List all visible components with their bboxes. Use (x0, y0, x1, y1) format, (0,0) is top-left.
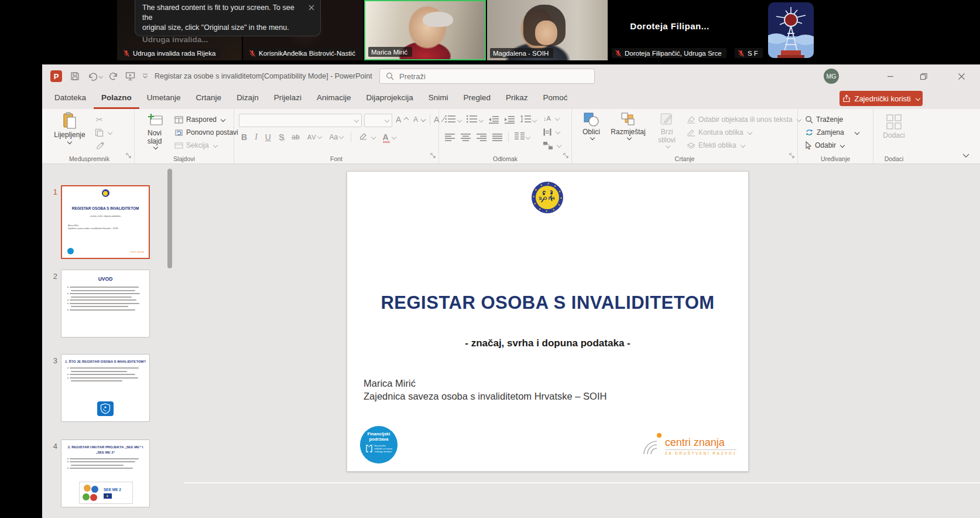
arrange-button[interactable]: Razmještaj (608, 113, 648, 139)
tab-umetanje[interactable]: Umetanje (139, 88, 189, 109)
active-speaker-tile-marica[interactable]: Marica Mirić (364, 0, 486, 60)
tab-crtanje[interactable]: Crtanje (189, 88, 229, 109)
decrease-indent-button[interactable] (488, 115, 499, 124)
group-label: Crtanje (572, 155, 797, 162)
tab-snimi[interactable]: Snimi (421, 88, 456, 109)
tab-dijaprojekcija[interactable]: Dijaprojekcija (358, 88, 420, 109)
select-button[interactable]: Odabir (805, 139, 844, 151)
line-spacing-button[interactable] (520, 115, 536, 125)
save-icon (70, 71, 80, 81)
slideshow-button[interactable] (124, 70, 136, 82)
bold-button[interactable]: B (241, 132, 247, 142)
search-input[interactable] (398, 71, 576, 81)
shape-fill-button[interactable]: Odabir objekata ili unos teksta (687, 114, 801, 125)
slide-thumbnail-2[interactable]: UVOD (61, 270, 150, 338)
strikethrough-button[interactable]: ab (292, 133, 299, 141)
slide-thumbnail-1[interactable]: REGISTAR OSOBA S INVALIDITETOM - značaj,… (61, 185, 150, 259)
cut-button[interactable]: ✂ (96, 114, 103, 125)
qat-customize-button[interactable] (139, 70, 151, 82)
section-button[interactable]: Sekcija (174, 139, 217, 151)
copy-button[interactable] (95, 127, 112, 138)
slide-thumbnail-4[interactable]: 2. REGISTAR UNUTAR PROJEKTA „SEE ME“ I „… (61, 439, 150, 507)
character-spacing-button[interactable]: AV (307, 133, 322, 141)
slide-author: Marica Mirić (364, 378, 416, 389)
minimize-button[interactable] (876, 64, 905, 88)
shape-effects-button[interactable]: Efekti oblika (687, 139, 745, 151)
participant-tile-magdalena[interactable]: Magdalena - SOIH (487, 0, 608, 60)
bullets-button[interactable] (445, 115, 461, 125)
thumbnail-scrollbar[interactable] (167, 169, 172, 268)
numbering-button[interactable] (467, 115, 483, 125)
layout-button[interactable]: Raspored (174, 114, 225, 125)
italic-button[interactable]: I (255, 132, 258, 142)
drawing-dialog-launcher[interactable] (789, 151, 795, 161)
redo-icon (109, 71, 118, 81)
paragraph-dialog-launcher[interactable] (563, 151, 569, 161)
format-painter-button[interactable] (96, 139, 105, 151)
tab-polazno[interactable]: Polazno (94, 88, 139, 109)
tab-prijelazi[interactable]: Prijelazi (266, 88, 309, 109)
highlight-color-button[interactable] (359, 132, 375, 142)
font-size-combo[interactable] (364, 114, 392, 127)
tab-pregled[interactable]: Pregled (456, 88, 499, 109)
search-box[interactable] (379, 69, 595, 84)
grow-font-button[interactable]: A (396, 114, 408, 125)
drawing-group: Oblici Razmještaj Brzi stilovi Odabir ob… (572, 109, 798, 163)
undo-button[interactable] (87, 70, 103, 82)
thumb-number-1: 1 (48, 188, 57, 196)
tab-pomoc[interactable]: Pomoć (536, 88, 575, 109)
replace-button[interactable]: Zamjena (805, 127, 859, 138)
group-label: Dodaci (873, 155, 914, 162)
avatar-tile-tesla[interactable] (768, 2, 814, 58)
shape-outline-button[interactable]: Kontura oblika (687, 127, 752, 138)
participant-tile-doroteja[interactable]: Doroteja Filipan... Doroteja Filipančić,… (609, 0, 731, 60)
font-name-combo[interactable] (239, 114, 362, 127)
shrink-font-button[interactable]: A (413, 114, 425, 125)
tooltip-close-button[interactable] (307, 4, 316, 12)
text-direction-button[interactable]: ↓A (543, 113, 559, 124)
save-button[interactable] (69, 70, 81, 82)
align-right-button[interactable] (477, 134, 486, 141)
collapse-ribbon-button[interactable] (962, 149, 969, 160)
participant-tile-sf[interactable]: S F (732, 0, 765, 60)
increase-indent-button[interactable] (504, 115, 515, 124)
close-button[interactable] (944, 64, 979, 88)
notes-divider[interactable] (184, 482, 980, 483)
shapes-button[interactable]: Oblici (578, 113, 605, 139)
share-button[interactable]: Zajednički koristi (839, 91, 923, 106)
tab-animacije[interactable]: Animacije (309, 88, 359, 109)
align-left-button[interactable] (445, 134, 455, 141)
maximize-button[interactable] (909, 64, 938, 88)
screen: Udruga invalida rada Rijeka KorisnikAnđe… (0, 0, 980, 518)
addins-button[interactable]: Dodaci (882, 114, 906, 139)
slide-organization: Zajednica saveza osoba s invaliditetom H… (364, 391, 606, 402)
tab-datoteka[interactable]: Datoteka (47, 88, 94, 109)
change-case-button[interactable]: Aa (329, 133, 343, 141)
reset-button[interactable]: Ponovno postavi (174, 127, 238, 138)
tab-dizajn[interactable]: Dizajn (229, 88, 266, 109)
tab-prikaz[interactable]: Prikaz (498, 88, 536, 109)
slide-thumbnail-3[interactable]: 1. ŠTO JE REGISTAR OSOBA S INVALIDITETOM… (61, 354, 150, 422)
paste-button[interactable]: Lijepljenje (53, 112, 87, 144)
font-dialog-launcher[interactable] (430, 151, 436, 161)
convert-smartart-button[interactable] (543, 139, 561, 151)
chevron-down-icon (392, 135, 396, 139)
justify-button[interactable] (492, 134, 502, 141)
align-center-button[interactable] (461, 134, 471, 141)
user-avatar[interactable]: MG (824, 69, 839, 84)
centri-main-text: centri znanja (665, 437, 725, 449)
quick-styles-button[interactable]: Brzi stilovi (652, 113, 682, 148)
new-slide-button[interactable]: Novi slajd (139, 113, 170, 149)
slide-canvas[interactable]: SOIH REGISTAR OSOBA S INVALIDITETOM - zn… (347, 171, 749, 472)
slideshow-icon (125, 71, 135, 81)
redo-button[interactable] (108, 70, 119, 82)
text-shadow-button[interactable]: S (279, 132, 284, 142)
zoom-fit-tooltip: The shared content is fit to your screen… (135, 0, 321, 36)
clipboard-dialog-launcher[interactable] (126, 151, 132, 161)
columns-button[interactable] (515, 132, 530, 142)
font-color-button[interactable]: A (383, 132, 396, 142)
find-button[interactable]: Traženje (805, 114, 843, 125)
align-text-button[interactable] (543, 126, 560, 138)
underline-button[interactable]: U (265, 132, 271, 142)
chevron-down-icon (626, 135, 631, 140)
